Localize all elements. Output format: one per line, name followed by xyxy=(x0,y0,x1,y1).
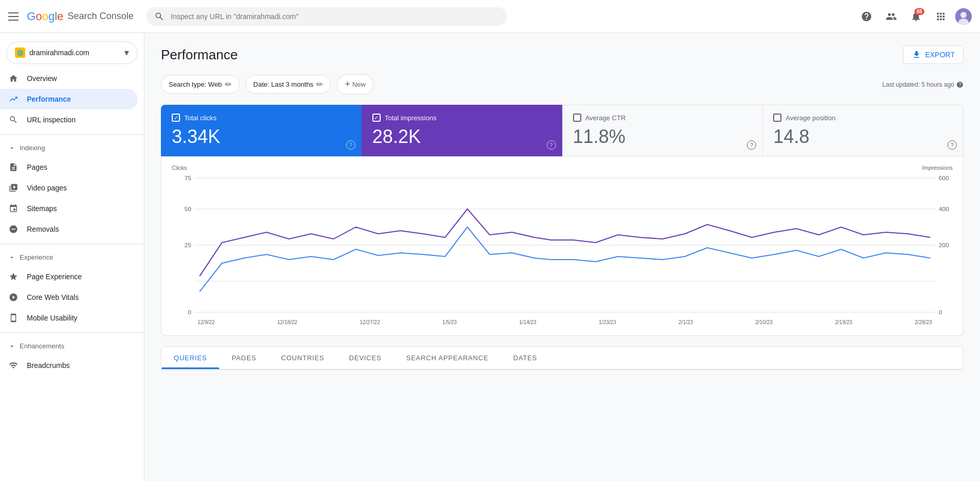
trending-up-icon xyxy=(8,94,19,104)
filters-bar: Search type: Web ✏ Date: Last 3 months ✏… xyxy=(161,74,963,94)
sidebar-item-breadcrumbs[interactable]: Breadcrumbs xyxy=(0,355,138,376)
menu-button[interactable] xyxy=(8,12,19,21)
add-filter-button[interactable]: + New xyxy=(337,74,373,94)
date-filter[interactable]: Date: Last 3 months ✏ xyxy=(246,75,331,94)
chart-svg-wrapper: 75 50 25 0 600 400 200 0 xyxy=(172,173,953,317)
tab-countries[interactable]: COUNTRIES xyxy=(269,347,337,369)
sidebar-item-mobile-usability[interactable]: Mobile Usability xyxy=(0,308,138,328)
tab-search-appearance[interactable]: SEARCH APPEARANCE xyxy=(394,347,501,369)
impressions-line xyxy=(200,209,930,276)
search-input[interactable] xyxy=(171,12,499,21)
ctr-checkbox[interactable] xyxy=(573,114,581,122)
collapse-icon xyxy=(8,145,15,152)
sidebar-item-core-web-vitals[interactable]: Core Web Vitals xyxy=(0,287,138,308)
indexing-section-label: Indexing xyxy=(20,144,45,152)
sidebar-item-page-experience[interactable]: Page Experience xyxy=(0,266,138,287)
enhancements-section-header[interactable]: Enhancements xyxy=(0,337,144,355)
clicks-checkbox[interactable] xyxy=(172,114,180,122)
svg-text:50: 50 xyxy=(185,206,191,212)
sidebar-item-sitemaps[interactable]: Sitemaps xyxy=(0,198,138,219)
performance-chart: 75 50 25 0 600 400 200 0 xyxy=(172,173,953,317)
x-label-1: 12/18/22 xyxy=(277,319,298,325)
search-bar xyxy=(146,7,507,26)
search-type-filter[interactable]: Search type: Web ✏ xyxy=(161,75,239,94)
svg-text:0: 0 xyxy=(939,309,942,315)
x-label-7: 2/10/23 xyxy=(756,319,773,325)
last-updated-text: Last updated: 5 hours ago xyxy=(883,81,954,88)
svg-text:0: 0 xyxy=(188,309,191,315)
metric-card-total-impressions[interactable]: Total impressions 28.2K ? xyxy=(362,105,562,156)
x-label-8: 2/19/23 xyxy=(835,319,852,325)
export-button[interactable]: EXPORT xyxy=(903,45,963,64)
property-name: dramirahmadi.com xyxy=(29,49,120,57)
experience-section-label: Experience xyxy=(20,253,53,261)
chart-y-label-impressions: Impressions xyxy=(922,165,953,171)
experience-section-header[interactable]: Experience xyxy=(0,248,144,266)
property-selector[interactable]: 🌐 dramirahmadi.com ▾ xyxy=(6,41,138,64)
ctr-value: 11.8% xyxy=(573,126,753,148)
avatar[interactable] xyxy=(955,8,972,25)
sidebar-item-video-pages-label: Video pages xyxy=(27,184,67,192)
sidebar-item-mobile-usability-label: Mobile Usability xyxy=(27,314,77,322)
tab-devices[interactable]: DEVICES xyxy=(337,347,394,369)
x-label-2: 12/27/22 xyxy=(360,319,380,325)
layout: 🌐 dramirahmadi.com ▾ Overview Performanc… xyxy=(0,33,980,481)
tab-pages[interactable]: PAGES xyxy=(219,347,269,369)
x-label-4: 1/14/23 xyxy=(519,319,536,325)
tab-dates[interactable]: DATES xyxy=(501,347,549,369)
tab-queries[interactable]: QUERIES xyxy=(161,347,219,369)
apps-icon xyxy=(935,11,946,22)
header: Google Search Console 88 xyxy=(0,0,980,33)
search-type-edit-icon: ✏ xyxy=(225,79,232,89)
svg-text:75: 75 xyxy=(185,175,191,181)
logo[interactable]: Google Search Console xyxy=(27,10,134,23)
indexing-section-header[interactable]: Indexing xyxy=(0,139,144,157)
vitals-icon xyxy=(8,292,19,302)
metric-cards: Total clicks 3.34K ? Total impressions 2… xyxy=(161,105,963,156)
svg-text:400: 400 xyxy=(939,206,949,212)
metric-card-average-position[interactable]: Average position 14.8 ? xyxy=(762,105,963,156)
clicks-label: Total clicks xyxy=(184,114,217,122)
sidebar-item-performance[interactable]: Performance xyxy=(0,89,138,109)
x-label-0: 12/9/22 xyxy=(198,319,215,325)
apps-button[interactable] xyxy=(930,6,951,27)
removals-icon xyxy=(8,224,19,234)
x-label-5: 1/23/23 xyxy=(599,319,616,325)
sidebar-item-overview[interactable]: Overview xyxy=(0,68,138,89)
notification-badge: 88 xyxy=(914,8,924,15)
clicks-help-icon[interactable]: ? xyxy=(346,140,355,150)
help-icon xyxy=(861,11,872,22)
sidebar-item-url-inspection[interactable]: URL inspection xyxy=(0,109,138,130)
property-dropdown-icon: ▾ xyxy=(124,47,129,58)
clicks-value: 3.34K xyxy=(172,126,351,148)
metric-card-total-clicks[interactable]: Total clicks 3.34K ? xyxy=(161,105,362,156)
svg-text:200: 200 xyxy=(939,242,949,248)
x-label-6: 2/1/23 xyxy=(679,319,693,325)
position-help-icon[interactable]: ? xyxy=(948,140,957,150)
add-icon: + xyxy=(345,79,350,90)
ctr-help-icon[interactable]: ? xyxy=(747,140,756,150)
sidebar-item-page-experience-label: Page Experience xyxy=(27,272,82,281)
svg-point-1 xyxy=(960,12,967,18)
x-axis-labels: 12/9/22 12/18/22 12/27/22 1/5/23 1/14/23… xyxy=(172,319,953,325)
experience-collapse-icon xyxy=(8,254,15,261)
sidebar-divider-1 xyxy=(0,134,144,135)
sidebar-item-pages[interactable]: Pages xyxy=(0,157,138,178)
google-logo: Google xyxy=(27,10,63,23)
sidebar-item-removals-label: Removals xyxy=(27,225,59,233)
impressions-checkbox[interactable] xyxy=(372,114,381,122)
sidebar-item-video-pages[interactable]: Video pages xyxy=(0,178,138,198)
search-icon xyxy=(154,11,165,22)
chart-y-label-clicks: Clicks xyxy=(172,165,187,171)
new-filter-label: New xyxy=(352,81,366,88)
metric-card-average-ctr[interactable]: Average CTR 11.8% ? xyxy=(562,105,763,156)
impressions-help-icon[interactable]: ? xyxy=(547,140,556,150)
home-icon xyxy=(8,73,19,84)
sidebar-divider-2 xyxy=(0,244,144,244)
account-manage-button[interactable] xyxy=(881,6,902,27)
svg-text:600: 600 xyxy=(939,175,949,181)
sidebar-item-removals[interactable]: Removals xyxy=(0,219,138,239)
notifications-button[interactable]: 88 xyxy=(906,6,926,27)
help-button[interactable] xyxy=(856,6,877,27)
position-checkbox[interactable] xyxy=(773,114,781,122)
